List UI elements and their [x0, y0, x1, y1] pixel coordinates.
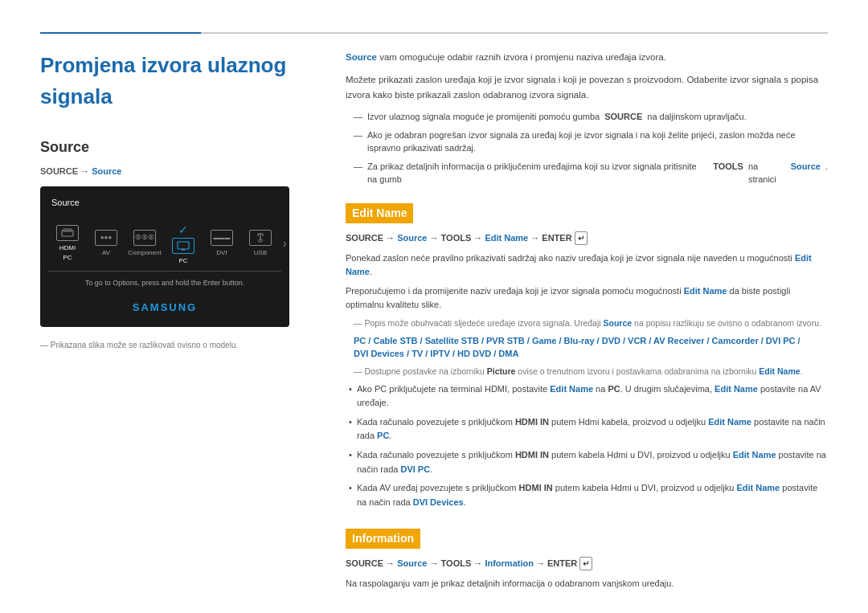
hdmi-icon-shape: [56, 225, 79, 241]
bullet-source-3: Za prikaz detaljnih informacija o priklj…: [346, 160, 828, 186]
content-area: Promjena izvora ulaznog signala Source S…: [40, 50, 828, 596]
source-note: Popis može obuhvaćati sljedeće uređaje i…: [346, 317, 828, 330]
edit-name-ref-1: Edit Name: [346, 253, 812, 277]
tv-screen: Source HDMIPC ●●● AV: [40, 186, 289, 328]
bullet-hdmi-2: Kada računalo povezujete s priključkom H…: [346, 415, 828, 443]
enter-icon: ↵: [575, 231, 588, 245]
tv-icon-hdmi[interactable]: HDMIPC: [51, 225, 84, 263]
component-icon-shape: ⦿⦿⦿: [133, 230, 156, 246]
dvi-devices-ref: DVI Devices: [413, 497, 464, 507]
intro-paragraph-1: Source vam omogućuje odabir raznih izvor…: [346, 50, 828, 64]
tv-screen-header: Source: [48, 194, 281, 211]
av-icon-shape: ●●●: [95, 230, 117, 246]
tv-hint: To go to Options, press and hold the Ent…: [48, 272, 281, 296]
selected-checkmark: ✓: [178, 222, 188, 239]
dvi-icon-shape: ▬▬▬: [211, 230, 233, 246]
source-list: PC / Cable STB / Satellite STB / PVR STB…: [346, 334, 828, 361]
edit-name-body-1: Ponekad zaslon neće pravilno prikazivati…: [346, 251, 828, 280]
path-editname: Edit Name: [485, 233, 528, 243]
section-title: Source: [40, 137, 313, 158]
tv-icon-dvi[interactable]: ▬▬▬ DVI: [206, 230, 238, 258]
av-label: AV: [102, 248, 110, 258]
edit-name-path: SOURCE → Source → TOOLS → Edit Name → EN…: [346, 231, 828, 245]
edit-name-ref-2: Edit Name: [684, 286, 727, 296]
edit-name-heading: Edit Name: [346, 203, 413, 223]
breadcrumb-source: Source: [92, 166, 121, 176]
edit-name-ref-8: Edit Name: [736, 483, 780, 492]
dvi-label: DVI: [216, 248, 227, 258]
bullet-source-2: Ako je odabran pogrešan izvor signala za…: [346, 129, 828, 155]
edit-name-ref-5: Edit Name: [714, 384, 758, 394]
svg-rect-2: [178, 242, 189, 249]
source-ref-note: Source: [604, 318, 633, 328]
samsung-text: SAMSUNG: [133, 301, 197, 313]
source-bold-intro: Source: [346, 52, 377, 62]
intro-paragraph-2: Možete prikazati zaslon uređaja koji je …: [346, 72, 828, 102]
info-path-source: Source: [397, 558, 427, 568]
information-body: Na raspolaganju vam je prikaz detaljnih …: [346, 577, 828, 591]
right-column: Source vam omogućuje odabir raznih izvor…: [346, 50, 828, 596]
pc-label: PC: [178, 256, 187, 266]
edit-name-ref-7: Edit Name: [733, 450, 776, 460]
tv-icon-component[interactable]: ⦿⦿⦿ Component: [129, 230, 161, 258]
dvi-pc-ref: DVI PC: [400, 464, 430, 474]
edit-name-ref-6: Edit Name: [708, 417, 751, 427]
page: Promjena izvora ulaznog signala Source S…: [0, 0, 868, 613]
pc-icon-shape: [172, 238, 194, 254]
breadcrumb: SOURCE → Source: [40, 165, 313, 178]
usb-icon-shape: [249, 230, 272, 246]
bullet-hdmi-1: Ako PC priključujete na terminal HDMI, p…: [346, 382, 828, 411]
hdmi-label: HDMIPC: [59, 243, 76, 263]
information-path: SOURCE → Source → TOOLS → Information → …: [346, 557, 828, 570]
usb-label: USB: [254, 248, 267, 258]
svg-rect-3: [182, 249, 185, 251]
tv-icons-row: HDMIPC ●●● AV ⦿⦿⦿ Component: [48, 217, 281, 272]
edit-name-ref-4: Edit Name: [550, 384, 593, 394]
samsung-logo: SAMSUNG: [48, 296, 281, 320]
tv-chevron-right: ›: [283, 235, 287, 252]
page-title: Promjena izvora ulaznog signala: [40, 50, 313, 112]
top-decorative-line: [40, 32, 828, 34]
svg-rect-4: [259, 239, 262, 242]
edit-name-body-2: Preporučujemo i da promijenite naziv ure…: [346, 284, 828, 313]
tv-icon-usb[interactable]: USB: [244, 230, 276, 258]
component-label: Component: [128, 248, 161, 258]
enter-icon-2: ↵: [579, 557, 592, 570]
tv-icon-av[interactable]: ●●● AV: [90, 230, 122, 258]
breadcrumb-prefix: SOURCE →: [40, 166, 92, 176]
tv-icon-pc[interactable]: ✓ PC: [167, 222, 199, 266]
bullet-hdmi-4: Kada AV uređaj povezujete s priključkom …: [346, 481, 828, 509]
picture-note: Dostupne postavke na izborniku Picture o…: [346, 366, 828, 378]
bullet-hdmi-3: Kada računalo povezujete s priključkom H…: [346, 448, 828, 476]
path-source: Source: [397, 233, 427, 243]
edit-name-ref-3: Edit Name: [759, 366, 800, 376]
information-heading: Information: [346, 529, 420, 549]
info-path-information: Information: [485, 558, 534, 568]
intro-text-1: vam omogućuje odabir raznih izvora i pro…: [377, 52, 666, 62]
bullet-source-1: Izvor ulaznog signala moguće je promijen…: [346, 110, 828, 124]
pc-ref-1: PC: [377, 431, 389, 440]
left-column: Promjena izvora ulaznog signala Source S…: [40, 50, 313, 596]
left-footnote: Prikazana slika može se razlikovati ovis…: [40, 339, 313, 351]
